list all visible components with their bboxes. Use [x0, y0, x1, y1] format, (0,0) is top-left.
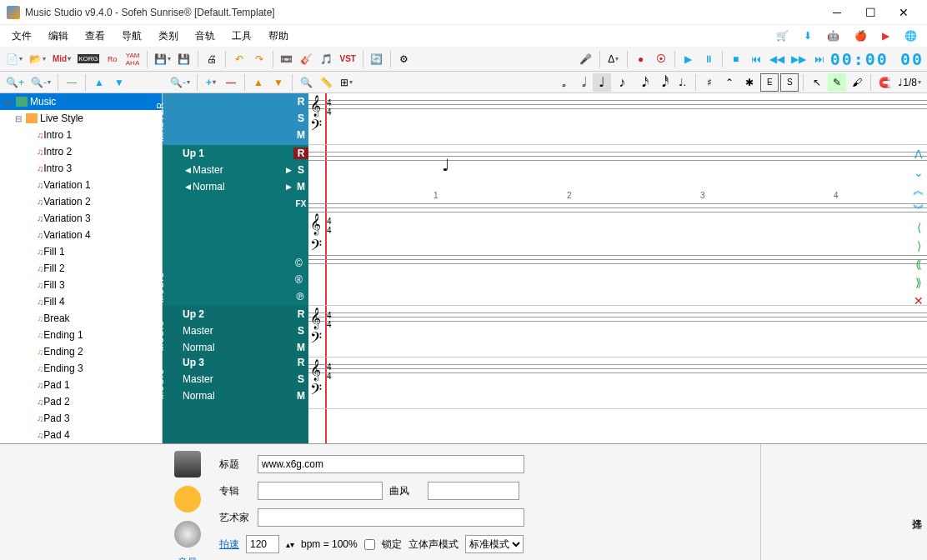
note-dot-button[interactable]: ♩. — [673, 73, 691, 92]
tree-sidebar[interactable]: ⊟Music ⊟Live Style ♫ Intro 1♫ Intro 2♫ I… — [0, 93, 163, 443]
magnet-button[interactable]: 🧲 — [875, 73, 894, 92]
note-div-button[interactable]: ♩1/8▾ — [895, 73, 924, 92]
track-up2[interactable]: MUSIC Up 2R MasterS NormalM — [163, 306, 308, 354]
settings-button[interactable]: ⚙ — [395, 50, 413, 68]
stereo-select[interactable]: 标准模式 — [465, 535, 524, 553]
grid-button[interactable]: ⊞▾ — [337, 73, 355, 92]
close-button[interactable]: ✕ — [887, 0, 920, 25]
nav-up2-icon[interactable]: ⌄ — [910, 163, 927, 182]
lock-icon[interactable] — [174, 486, 201, 512]
star-button[interactable]: ✱ — [740, 73, 759, 92]
save-button[interactable]: 💾▾ — [152, 50, 173, 68]
guitar-button[interactable]: 🎸 — [298, 50, 316, 68]
open-button[interactable]: 📂▾ — [27, 50, 48, 68]
tempo-link[interactable]: 拍速 — [219, 538, 239, 552]
apple-icon[interactable]: 🍎 — [854, 30, 867, 42]
tree-item[interactable]: ♫ Variation 4 — [0, 227, 162, 243]
zoom-out-button[interactable]: 🔍-▾ — [28, 73, 53, 92]
android-icon[interactable]: 🤖 — [827, 30, 839, 42]
tree-item[interactable]: ♫ Fill 4 — [0, 293, 162, 310]
rewind-full-button[interactable]: ⏮ — [747, 50, 765, 68]
nav-up1-icon[interactable]: ᐱ — [910, 145, 927, 163]
tree-item[interactable]: ♫ Pad 1 — [0, 377, 162, 393]
korg-button[interactable]: KORG — [75, 50, 102, 68]
play-button[interactable]: ▶ — [679, 50, 698, 68]
ruler-button[interactable]: 📏 — [317, 73, 335, 92]
brush-button[interactable]: 🖌 — [848, 73, 866, 92]
tree-root[interactable]: ⊟Music — [0, 93, 162, 110]
note-16-button[interactable]: 𝅘𝅥𝅯 — [633, 73, 651, 92]
metronome-button[interactable]: Δ▾ — [604, 50, 623, 68]
tree-item[interactable]: ♫ Break — [0, 310, 162, 327]
notation-area[interactable]: 𝄞𝄢44 ♩ 1 2 3 4 𝄞𝄢44 𝄞𝄢44 𝄞𝄢44 ᐱ ⌄ ︽ ︾ ⟨ … — [308, 93, 927, 443]
menu-导航[interactable]: 导航 — [113, 27, 150, 46]
title-input[interactable] — [258, 455, 524, 473]
piano-icon[interactable] — [174, 451, 201, 478]
tree-item[interactable]: ♫ Ending 3 — [0, 360, 162, 377]
note-eighth-button[interactable]: ♪ — [613, 73, 631, 92]
cart-icon[interactable]: 🛒 — [776, 30, 789, 42]
rewind-button[interactable]: ◀◀ — [767, 50, 787, 68]
nav-right-icon[interactable]: ⟩ — [910, 237, 927, 255]
print-button[interactable]: 🖨 — [203, 50, 221, 68]
maximize-button[interactable]: ☐ — [854, 0, 887, 25]
undo-button[interactable]: ↶ — [230, 50, 248, 68]
note-quarter-button[interactable]: ♩ — [593, 73, 611, 92]
tree-item[interactable]: ♫ Variation 3 — [0, 210, 162, 227]
save2-button[interactable]: 💾 — [175, 50, 193, 68]
menu-文件[interactable]: 文件 — [3, 27, 40, 46]
note-half-button[interactable]: 𝅗𝅥 — [573, 73, 591, 92]
track-down-button[interactable]: ▼ — [269, 73, 288, 92]
roland-button[interactable]: Ro — [103, 50, 122, 68]
tree-item[interactable]: ♫ Fill 3 — [0, 277, 162, 293]
zoom-in-button[interactable]: 🔍+ — [3, 73, 27, 92]
pointer-button[interactable]: ↖ — [808, 73, 826, 92]
tree-item[interactable]: ♫ Fill 2 — [0, 260, 162, 277]
track-up3[interactable]: MUSIC Up 3R MasterS NormalM — [163, 354, 308, 402]
pause-button[interactable]: ⏸ — [699, 50, 718, 68]
record-button[interactable]: ● — [632, 50, 650, 68]
artist-input[interactable] — [258, 508, 524, 527]
nav-dbl-up-icon[interactable]: ︽ — [910, 182, 927, 200]
volume-link[interactable]: 音量 — [178, 556, 198, 560]
genre-input[interactable] — [428, 482, 519, 500]
remove-button[interactable]: — — [222, 73, 240, 92]
nav-up-button[interactable]: ▲ — [90, 73, 108, 92]
pencil-button[interactable]: ✎ — [828, 73, 846, 92]
device-button[interactable]: 📼 — [278, 50, 296, 68]
nav-dbl-right-icon[interactable]: ⟫ — [910, 273, 927, 292]
menu-类别[interactable]: 类别 — [150, 27, 187, 46]
tree-item[interactable]: ♫ Pad 3 — [0, 410, 162, 427]
forward-full-button[interactable]: ⏭ — [810, 50, 829, 68]
note-whole-button[interactable]: 𝅗 — [553, 73, 571, 92]
tree-item[interactable]: ♫ Variation 2 — [0, 193, 162, 210]
redo-button[interactable]: ↷ — [250, 50, 268, 68]
track-up-button[interactable]: ▲ — [249, 73, 268, 92]
zoom-out2-button[interactable]: 🔍-▾ — [168, 73, 193, 92]
tree-group[interactable]: ⊟Live Style — [0, 110, 162, 127]
accent-button[interactable]: ⌃ — [720, 73, 739, 92]
tree-item[interactable]: ♫ Ending 1 — [0, 327, 162, 343]
tree-item[interactable]: ♫ Intro 1 — [0, 127, 162, 143]
tree-item[interactable]: ♫ Pad 2 — [0, 393, 162, 410]
collapse-button[interactable]: — — [63, 73, 81, 92]
nav-down-button[interactable]: ▼ — [110, 73, 128, 92]
menu-音轨[interactable]: 音轨 — [187, 27, 223, 46]
sharp-button[interactable]: ♯ — [700, 73, 719, 92]
record2-button[interactable]: ⦿ — [652, 50, 670, 68]
menu-查看[interactable]: 查看 — [77, 27, 113, 46]
vst-button[interactable]: VST — [338, 50, 358, 68]
tree-item[interactable]: ♫ Ending 2 — [0, 343, 162, 360]
drums-button[interactable]: 🎵 — [318, 50, 336, 68]
note-32-button[interactable]: 𝅘𝅥𝅰 — [653, 73, 671, 92]
stop-button[interactable]: ■ — [727, 50, 745, 68]
download-icon[interactable]: ⬇ — [804, 30, 812, 42]
tree-item[interactable]: ♫ Intro 3 — [0, 160, 162, 177]
tree-item[interactable]: ♫ Fill 1 — [0, 243, 162, 260]
nav-dbl-left-icon[interactable]: ⟪ — [910, 255, 927, 273]
tree-item[interactable]: ♫ Pad 4 — [0, 427, 162, 443]
yamaha-button[interactable]: YAMAHA — [123, 50, 143, 68]
minimize-button[interactable]: ─ — [820, 0, 854, 25]
menu-工具[interactable]: 工具 — [223, 27, 260, 46]
mic-button[interactable]: 🎤 — [577, 50, 595, 68]
